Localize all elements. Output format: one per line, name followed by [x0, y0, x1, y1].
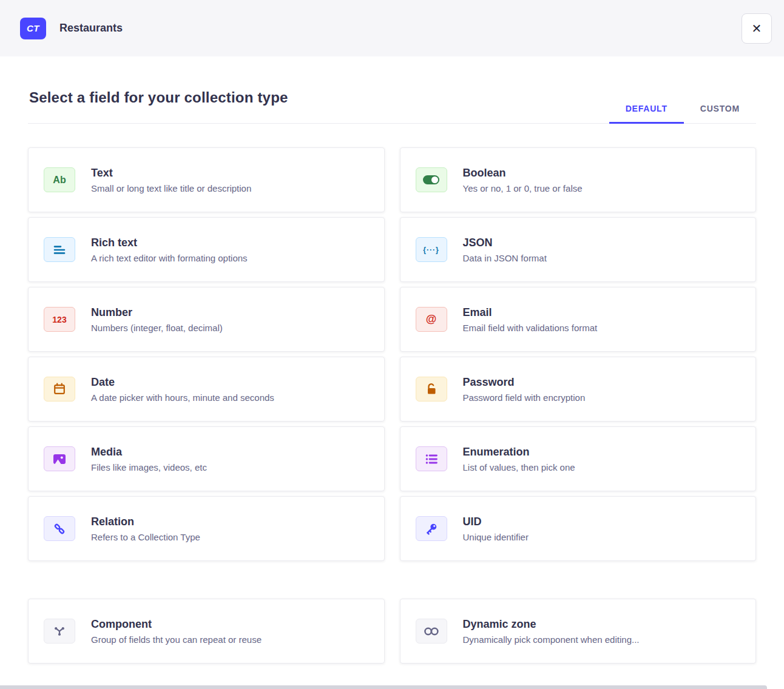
field-description: Password field with encryption [463, 392, 586, 403]
field-title: Media [91, 446, 207, 459]
modal-body: Select a field for your collection type … [0, 89, 784, 664]
ab-text-icon: Ab [44, 167, 75, 192]
picture-icon [44, 446, 75, 471]
field-card-text[interactable]: Ab Text Small or long text like title or… [28, 147, 385, 212]
footer-edge [0, 685, 767, 689]
field-description: Data in JSON format [463, 253, 547, 263]
field-description: A rich text editor with formating option… [91, 253, 248, 263]
field-title: Boolean [463, 167, 583, 180]
field-card-json[interactable]: {···} JSON Data in JSON format [400, 217, 757, 282]
field-card-media[interactable]: Media Files like images, videos, etc [28, 426, 385, 491]
field-description: Unique identifier [463, 532, 529, 542]
field-title: Email [463, 306, 598, 319]
text-lines-icon [44, 237, 75, 262]
modal-header: CT Restaurants ✕ [0, 0, 784, 56]
field-description: Group of fields tht you can repeat or re… [91, 634, 262, 645]
at-sign-icon: @ [416, 307, 447, 332]
infinity-icon [416, 619, 447, 644]
field-card-component[interactable]: Component Group of fields tht you can re… [28, 599, 385, 664]
collection-name-title: Restaurants [59, 22, 123, 35]
field-description: Small or long text like title or descrip… [91, 183, 251, 193]
field-card-number[interactable]: 123 Number Numbers (integer, float, deci… [28, 287, 385, 352]
field-description: Yes or no, 1 or 0, true or false [463, 183, 583, 193]
field-description: Email field with validations format [463, 323, 598, 333]
field-title: Enumeration [463, 446, 575, 459]
tab-default[interactable]: DEFAULT [609, 104, 684, 124]
field-title: Relation [91, 516, 200, 528]
123-icon: 123 [44, 307, 75, 332]
lock-icon [416, 377, 447, 402]
field-card-uid[interactable]: UID Unique identifier [400, 496, 757, 561]
close-button[interactable]: ✕ [742, 13, 772, 44]
field-description: Refers to a Collection Type [91, 532, 200, 542]
field-title: UID [463, 516, 529, 528]
bullet-list-icon [416, 446, 447, 471]
field-grid: Ab Text Small or long text like title or… [28, 147, 756, 561]
field-title: Rich text [91, 237, 248, 249]
field-description: A date picker with hours, minute and sec… [91, 392, 274, 403]
field-card-relation[interactable]: Relation Refers to a Collection Type [28, 496, 385, 561]
field-title: Component [91, 618, 262, 631]
field-description: Numbers (integer, float, decimal) [91, 323, 223, 333]
field-title: Dynamic zone [463, 618, 640, 631]
content-type-badge: CT [20, 18, 46, 39]
field-description: Dynamically pick component when editing.… [463, 634, 640, 645]
field-card-boolean[interactable]: Boolean Yes or no, 1 or 0, true or false [400, 147, 757, 212]
field-title: Number [91, 306, 223, 319]
field-card-email[interactable]: @ Email Email field with validations for… [400, 287, 757, 352]
special-field-grid: Component Group of fields tht you can re… [28, 599, 756, 664]
page-title: Select a field for your collection type [29, 89, 288, 106]
field-title: Text [91, 167, 251, 180]
tab-bar: DEFAULT CUSTOM [609, 104, 756, 123]
field-description: Files like images, videos, etc [91, 462, 207, 472]
field-card-dynamiczone[interactable]: Dynamic zone Dynamically pick component … [400, 599, 757, 664]
field-card-enumeration[interactable]: Enumeration List of values, then pick on… [400, 426, 757, 491]
key-icon [416, 516, 447, 541]
tab-custom[interactable]: CUSTOM [684, 104, 756, 123]
field-description: List of values, then pick one [463, 462, 575, 472]
field-title: Password [463, 376, 586, 389]
field-card-password[interactable]: Password Password field with encryption [400, 357, 757, 422]
field-card-date[interactable]: Date A date picker with hours, minute an… [28, 357, 385, 422]
braces-icon: {···} [416, 237, 447, 262]
field-title: JSON [463, 237, 547, 249]
calendar-icon [44, 377, 75, 402]
close-icon: ✕ [752, 22, 762, 35]
branch-nodes-icon [44, 619, 75, 644]
toggle-icon [416, 167, 447, 192]
chain-links-icon [44, 516, 75, 541]
field-title: Date [91, 376, 274, 389]
heading-row: Select a field for your collection type … [28, 89, 756, 124]
field-card-richtext[interactable]: Rich text A rich text editor with format… [28, 217, 385, 282]
